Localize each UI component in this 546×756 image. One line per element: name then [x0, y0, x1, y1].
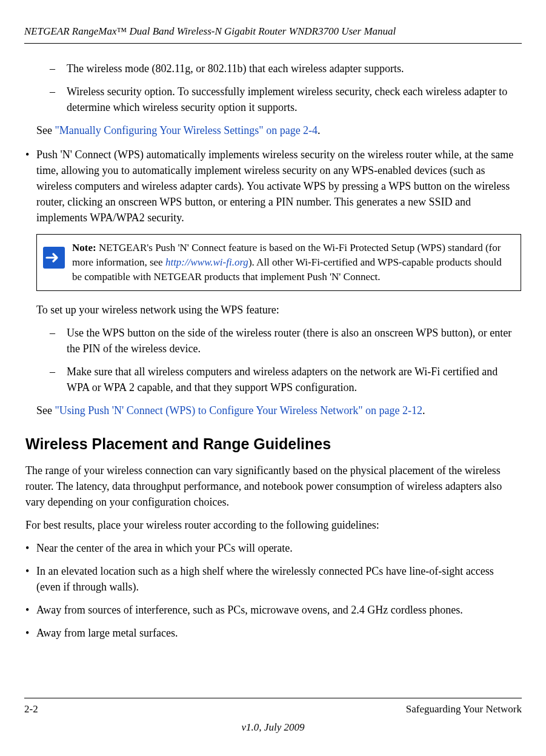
dash-icon: –: [50, 84, 67, 115]
see-prefix: See: [36, 124, 55, 136]
note-box: Note: NETGEAR's Push 'N' Connect feature…: [36, 234, 521, 290]
paragraph: To set up your wireless network using th…: [36, 302, 521, 318]
sub-bullet-item: – Wireless security option. To successfu…: [50, 84, 521, 115]
note-link[interactable]: http://www.wi-fi.org: [165, 256, 248, 268]
section-heading: Wireless Placement and Range Guidelines: [25, 433, 521, 455]
cross-ref-link[interactable]: "Using Push 'N' Connect (WPS) to Configu…: [55, 404, 423, 416]
bullet-icon: •: [25, 540, 36, 556]
note-text: Note: NETGEAR's Push 'N' Connect feature…: [72, 241, 512, 284]
see-suffix: .: [318, 124, 321, 136]
cross-ref-link[interactable]: "Manually Configuring Your Wireless Sett…: [55, 124, 318, 136]
sub-bullet-text: Wireless security option. To successfull…: [67, 84, 521, 115]
page-number: 2-2: [24, 702, 38, 717]
bullet-text: Away from large metal surfaces.: [36, 625, 521, 641]
see-prefix: See: [36, 404, 55, 416]
bullet-item: • Near the center of the area in which y…: [25, 540, 521, 556]
body-paragraph: For best results, place your wireless ro…: [25, 517, 521, 533]
bullet-item: • Push 'N' Connect (WPS) automatically i…: [25, 147, 521, 226]
body-paragraph: The range of your wireless connection ca…: [25, 463, 521, 510]
see-reference: See "Using Push 'N' Connect (WPS) to Con…: [36, 403, 521, 418]
sub-bullet-text: Use the WPS button on the side of the wi…: [67, 325, 521, 356]
bullet-text: Near the center of the area in which you…: [36, 540, 521, 556]
note-arrow-icon: [43, 247, 65, 269]
see-suffix: .: [422, 404, 425, 416]
dash-icon: –: [50, 325, 67, 356]
see-reference: See "Manually Configuring Your Wireless …: [36, 122, 521, 138]
note-label: Note:: [72, 242, 96, 253]
dash-icon: –: [50, 61, 67, 76]
bullet-icon: •: [25, 147, 36, 226]
bullet-text: Away from sources of interference, such …: [36, 602, 521, 618]
sub-bullet-text: Make sure that all wireless computers an…: [67, 364, 521, 395]
bullet-text: In an elevated location such as a high s…: [36, 563, 521, 595]
page-footer: 2-2 Safeguarding Your Network v1.0, July…: [24, 698, 522, 735]
bullet-text: Push 'N' Connect (WPS) automatically imp…: [36, 147, 521, 226]
page-content: – The wireless mode (802.11g, or 802.11b…: [24, 61, 522, 641]
bullet-item: • In an elevated location such as a high…: [25, 563, 521, 595]
dash-icon: –: [50, 364, 67, 395]
footer-rule: [24, 698, 522, 698]
footer-version: v1.0, July 2009: [24, 720, 522, 735]
bullet-icon: •: [25, 625, 36, 641]
header-title: NETGEAR RangeMax™ Dual Band Wireless-N G…: [24, 24, 522, 39]
header-rule: [24, 43, 522, 44]
footer-section: Safeguarding Your Network: [406, 702, 522, 717]
sub-bullet-item: – Make sure that all wireless computers …: [50, 364, 521, 395]
sub-bullet-text: The wireless mode (802.11g, or 802.11b) …: [67, 61, 521, 76]
guideline-list: • Near the center of the area in which y…: [25, 540, 521, 641]
bullet-icon: •: [25, 563, 36, 595]
sub-bullet-item: – Use the WPS button on the side of the …: [50, 325, 521, 356]
bullet-item: • Away from sources of interference, suc…: [25, 602, 521, 618]
bullet-item: • Away from large metal surfaces.: [25, 625, 521, 641]
bullet-icon: •: [25, 602, 36, 618]
sub-bullet-item: – The wireless mode (802.11g, or 802.11b…: [50, 61, 521, 76]
